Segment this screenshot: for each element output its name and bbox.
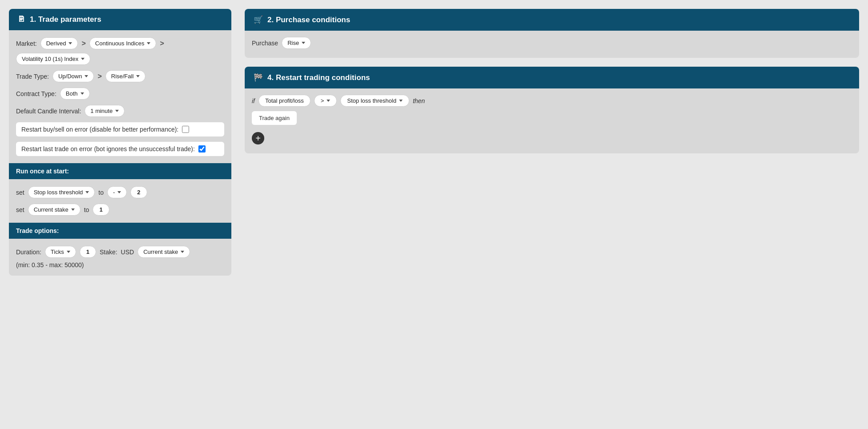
- duration-value: Ticks: [51, 249, 64, 255]
- main-layout: 🖹 1. Trade parameters Market: Derived > …: [9, 9, 859, 276]
- stake-value: Current stake: [143, 249, 178, 255]
- trade-type-1-select[interactable]: Up/Down: [52, 70, 94, 82]
- to-label1: to: [98, 189, 104, 196]
- panel2-title: 2. Purchase conditions: [267, 16, 350, 24]
- checkbox1-row: Restart buy/sell on error (disable for b…: [16, 122, 224, 136]
- stake-currency: USD: [121, 249, 134, 256]
- contract-type-label: Contract Type:: [16, 90, 57, 97]
- set-label2: set: [16, 206, 24, 213]
- operator-condition-select[interactable]: >: [314, 95, 337, 107]
- panel2-body: Purchase Rise: [245, 31, 859, 58]
- operator-chevron: [117, 191, 121, 193]
- set-label1: set: [16, 189, 24, 196]
- checkbox1-input[interactable]: [182, 126, 189, 133]
- duration-num: 1: [80, 246, 96, 258]
- flag-icon: 🏁: [254, 73, 263, 82]
- condition-left-value: Total profit/loss: [265, 97, 304, 104]
- if-label: if: [252, 97, 255, 104]
- operator-select[interactable]: -: [107, 186, 127, 198]
- stake-value-select[interactable]: Current stake: [137, 246, 190, 258]
- trade-again-label: Trade again: [259, 115, 290, 121]
- purchase-value: Rise: [287, 40, 299, 46]
- panel1-body: Market: Derived > Continuous Indices > V…: [9, 30, 231, 276]
- condition-right-value: Stop loss threshold: [347, 97, 396, 104]
- operator-condition-chevron: [327, 100, 330, 102]
- separator1: >: [81, 40, 85, 48]
- contract-type-chevron: [81, 92, 84, 95]
- add-button[interactable]: +: [252, 132, 264, 144]
- set-stop-loss-row: set Stop loss threshold to - 2: [16, 186, 224, 198]
- trade-options-section: Trade options:: [9, 223, 231, 239]
- run-once-label: Run once at start:: [16, 168, 69, 175]
- set-current-stake-row: set Current stake to 1: [16, 204, 224, 216]
- checkbox2-input[interactable]: [198, 145, 206, 152]
- market-volatility-select[interactable]: Volatility 10 (1s) Index: [16, 53, 90, 65]
- checkbox2-row: Restart last trade on error (bot ignores…: [16, 142, 224, 156]
- market-volatility-label: Volatility 10 (1s) Index: [22, 56, 78, 62]
- trade-type-label: Trade Type:: [16, 73, 49, 80]
- restart-trading-panel: 🏁 4. Restart trading conditions if Total…: [245, 67, 859, 153]
- stop-loss-select[interactable]: Stop loss threshold: [28, 186, 95, 198]
- stop-loss-value: Stop loss threshold: [34, 189, 83, 196]
- operator-condition-value: >: [321, 97, 324, 104]
- duration-label: Duration:: [16, 249, 41, 256]
- duration-row: Duration: Ticks 1 Stake: USD Current sta…: [16, 246, 224, 269]
- purchase-value-chevron: [302, 42, 305, 44]
- cart-icon: 🛒: [254, 15, 263, 24]
- trade-parameters-panel: 🖹 1. Trade parameters Market: Derived > …: [9, 9, 231, 276]
- then-label: then: [413, 97, 425, 104]
- trade-options-label: Trade options:: [16, 227, 59, 234]
- stake-label: Stake:: [100, 249, 117, 256]
- contract-type-value: Both: [66, 90, 78, 97]
- candle-interval-row: Default Candle Interval: 1 minute: [16, 105, 224, 117]
- purchase-label: Purchase: [252, 40, 278, 47]
- if-row: if Total profit/loss > Stop loss thresho…: [252, 95, 852, 107]
- purchase-conditions-panel: 🛒 2. Purchase conditions Purchase Rise: [245, 9, 859, 58]
- trade-again-box: Trade again: [252, 111, 297, 125]
- candle-select[interactable]: 1 minute: [85, 105, 125, 117]
- current-stake-value: Current stake: [34, 206, 69, 213]
- stop-loss-chevron: [85, 191, 89, 193]
- market-volatility-chevron: [81, 58, 85, 60]
- trade-type-1-chevron: [85, 75, 88, 77]
- trade-type-1-label: Up/Down: [58, 73, 82, 80]
- market-derived-label: Derived: [46, 40, 66, 47]
- market-continuous-chevron: [147, 42, 150, 44]
- add-row: +: [252, 129, 852, 147]
- left-column: 🖹 1. Trade parameters Market: Derived > …: [9, 9, 231, 276]
- market-label: Market:: [16, 40, 37, 47]
- run-once-section: Run once at start:: [9, 163, 231, 179]
- candle-value: 1 minute: [90, 108, 113, 114]
- candle-chevron: [115, 110, 119, 112]
- trade-type-row: Trade Type: Up/Down > Rise/Fall: [16, 70, 224, 82]
- panel4-body: if Total profit/loss > Stop loss thresho…: [245, 88, 859, 153]
- market-derived-chevron: [69, 42, 72, 44]
- right-column: 🛒 2. Purchase conditions Purchase Rise 🏁…: [245, 9, 859, 153]
- market-row: Market: Derived > Continuous Indices > V…: [16, 37, 224, 65]
- duration-select[interactable]: Ticks: [45, 246, 76, 258]
- separator2: >: [160, 40, 164, 48]
- trade-type-2-chevron: [136, 75, 140, 77]
- market-derived-select[interactable]: Derived: [40, 37, 78, 49]
- current-stake-num: 1: [93, 204, 109, 216]
- panel4-header: 🏁 4. Restart trading conditions: [245, 67, 859, 88]
- current-stake-select[interactable]: Current stake: [28, 204, 81, 216]
- contract-type-select[interactable]: Both: [60, 88, 90, 100]
- to-label2: to: [84, 206, 89, 213]
- condition-right-chevron: [399, 100, 403, 102]
- candle-label: Default Candle Interval:: [16, 108, 81, 115]
- panel1-header: 🖹 1. Trade parameters: [9, 9, 231, 30]
- checkbox1-label: Restart buy/sell on error (disable for b…: [21, 126, 178, 133]
- condition-right-select[interactable]: Stop loss threshold: [340, 95, 409, 107]
- market-continuous-select[interactable]: Continuous Indices: [89, 37, 157, 49]
- condition-left-select[interactable]: Total profit/loss: [258, 95, 311, 107]
- trade-type-2-select[interactable]: Rise/Fall: [105, 70, 146, 82]
- panel1-title: 1. Trade parameters: [30, 15, 101, 24]
- operator-value: -: [113, 189, 115, 196]
- panel4-title: 4. Restart trading conditions: [267, 73, 370, 82]
- trade-type-2-label: Rise/Fall: [111, 73, 134, 80]
- purchase-value-select[interactable]: Rise: [282, 37, 311, 49]
- stake-value-chevron: [181, 251, 184, 253]
- duration-chevron: [67, 251, 70, 253]
- stop-loss-num: 2: [130, 186, 147, 198]
